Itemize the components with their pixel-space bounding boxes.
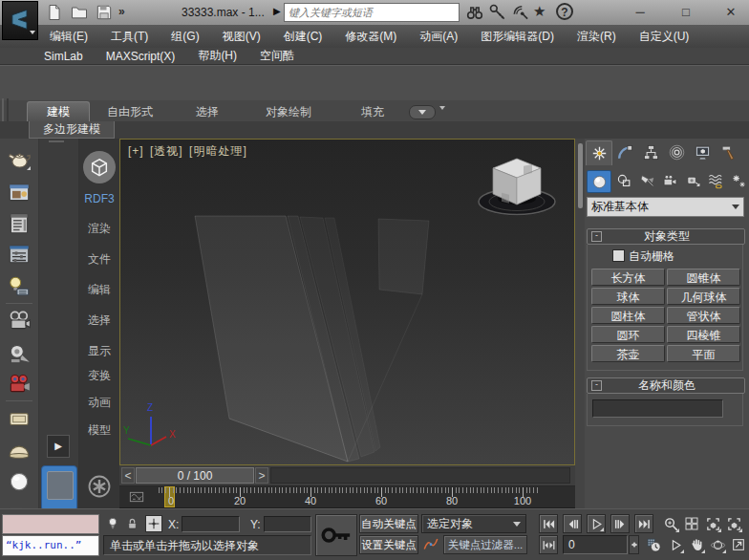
menu-graph-editors[interactable]: 图形编辑器(D)	[469, 29, 566, 45]
sidebar-item-render[interactable]: 渲染	[79, 221, 119, 237]
zoom-button[interactable]	[661, 514, 680, 533]
menu-modifiers[interactable]: 修改器(M)	[333, 29, 408, 45]
projector-tool-button[interactable]	[7, 341, 32, 366]
tab-display[interactable]	[690, 140, 715, 164]
button-cylinder[interactable]: 圆柱体	[591, 307, 665, 324]
zoom-all-button[interactable]	[682, 514, 701, 533]
frame-spinner[interactable]	[629, 535, 639, 554]
menu-group[interactable]: 组(G)	[160, 29, 210, 45]
go-to-end-button[interactable]	[634, 514, 653, 533]
open-file-button[interactable]	[69, 3, 90, 22]
next-frame-button[interactable]	[610, 514, 630, 533]
menu-animation[interactable]: 动画(A)	[408, 29, 469, 45]
menu-customize[interactable]: 自定义(U)	[628, 29, 701, 45]
sign-in-button[interactable]	[487, 3, 508, 22]
sidebar-item-file[interactable]: 文件	[79, 251, 119, 268]
maximize-viewport-toggle[interactable]	[729, 535, 748, 554]
menu-rendering[interactable]: 渲染(R)	[566, 29, 628, 45]
save-file-button[interactable]	[94, 3, 115, 22]
set-keys-button[interactable]	[315, 514, 357, 556]
current-frame-field[interactable]: 0	[563, 535, 628, 554]
menu-tools[interactable]: 工具(T)	[99, 29, 160, 45]
close-button[interactable]: ✕	[717, 4, 745, 21]
zoom-extents-all-button[interactable]	[724, 514, 743, 533]
animation-camera-button[interactable]	[7, 372, 32, 397]
sidebar-item-animation[interactable]: 动画	[79, 395, 119, 411]
subtab-lights[interactable]	[635, 170, 658, 191]
environment-settings-button[interactable]	[7, 242, 32, 267]
command-panel-scrollbar[interactable]	[578, 143, 583, 208]
search-input[interactable]	[285, 4, 459, 21]
menu-simlab[interactable]: SimLab	[32, 50, 95, 63]
ribbon-flyout-caret-icon[interactable]	[439, 106, 445, 113]
tab-utilities[interactable]	[716, 140, 740, 164]
menu-create[interactable]: 创建(C)	[272, 29, 334, 45]
button-box[interactable]: 长方体	[591, 269, 665, 286]
minimize-button[interactable]: ─	[626, 4, 654, 21]
menu-views[interactable]: 视图(V)	[211, 29, 272, 45]
camera-tool-button[interactable]	[7, 309, 32, 334]
menu-maxscript[interactable]: MAXScript(X)	[95, 50, 187, 63]
perspective-viewport[interactable]: [+] [透视] [明暗处理] Z	[119, 139, 575, 465]
button-tube[interactable]: 管状体	[667, 307, 740, 324]
maximize-button[interactable]: □	[672, 4, 700, 21]
ribbon-tab-populate[interactable]: 填充	[361, 104, 384, 120]
tab-motion[interactable]	[664, 140, 689, 164]
render-setup-button[interactable]	[7, 211, 32, 236]
orbit-button[interactable]	[708, 535, 727, 554]
sidebar-settings-button[interactable]	[86, 473, 113, 500]
button-cone[interactable]: 圆锥体	[667, 269, 740, 286]
dome-tool-button[interactable]	[7, 439, 32, 463]
plane-tool-button[interactable]	[7, 406, 32, 431]
button-pyramid[interactable]: 四棱锥	[667, 326, 740, 343]
plugin-logo[interactable]	[83, 151, 116, 183]
x-coordinate-field[interactable]	[182, 516, 240, 532]
pan-view-button[interactable]	[687, 535, 706, 554]
subtab-systems[interactable]	[727, 170, 749, 191]
set-key-button[interactable]: 设置关键点	[359, 535, 418, 554]
play-animation-button[interactable]	[587, 514, 606, 533]
menu-help[interactable]: 帮助(H)	[186, 48, 248, 64]
title-flyout-arrow-icon[interactable]: ▶	[273, 6, 281, 16]
subtab-cameras[interactable]	[658, 170, 681, 191]
time-slider-track[interactable]	[270, 467, 570, 484]
ribbon-tab-modeling[interactable]: 建模	[27, 101, 90, 122]
subtab-geometry[interactable]	[587, 170, 611, 193]
y-coordinate-field[interactable]	[264, 516, 311, 532]
absolute-relative-coordinate-toggle[interactable]	[145, 515, 162, 532]
ribbon-panel-polygon-modeling[interactable]: 多边形建模	[29, 121, 115, 139]
ribbon-tab-object-paint[interactable]: 对象绘制	[266, 104, 311, 120]
sidebar-item-edit[interactable]: 编辑	[79, 282, 119, 298]
tab-create[interactable]	[586, 140, 612, 165]
help-button[interactable]: ?	[556, 3, 573, 20]
favorites-button[interactable]: ★	[533, 3, 546, 20]
auto-key-button[interactable]: 自动关键点	[359, 514, 418, 533]
key-filters-button[interactable]: 关键点过滤器...	[443, 535, 527, 554]
ribbon-tab-selection[interactable]: 选择	[196, 104, 219, 120]
track-bar[interactable]: 0 20 40 60 80 100	[119, 486, 575, 508]
tab-modify[interactable]	[612, 140, 637, 164]
button-plane[interactable]: 平面	[667, 345, 740, 362]
selected-objects-dropdown[interactable]: 选定对象	[421, 514, 526, 533]
time-configuration-button[interactable]	[644, 535, 663, 554]
menu-spacecool[interactable]: 空间酷	[248, 48, 306, 64]
viewcube[interactable]	[457, 141, 571, 226]
ribbon-minimize-button[interactable]	[409, 105, 436, 119]
selection-lock-toggle[interactable]	[125, 515, 139, 532]
key-mode-toggle-button[interactable]	[539, 535, 558, 554]
previous-frame-button[interactable]	[563, 514, 582, 533]
sidebar-item-model[interactable]: 模型	[79, 422, 119, 439]
sidebar-item-rdf3[interactable]: RDF3	[79, 192, 119, 205]
button-torus[interactable]: 圆环	[591, 326, 665, 343]
subtab-shapes[interactable]	[612, 170, 635, 191]
mini-curve-editor-button[interactable]	[124, 489, 149, 505]
active-tool-tile[interactable]	[41, 465, 77, 511]
application-menu-button[interactable]	[2, 1, 38, 40]
scene-explorer-light-button[interactable]	[105, 514, 120, 533]
maxscript-mini-listener-macro[interactable]	[2, 514, 99, 534]
autogrid-checkbox[interactable]	[612, 249, 625, 262]
new-scene-button[interactable]	[44, 3, 65, 22]
previous-frame-arrow[interactable]: <	[121, 467, 135, 484]
object-name-input[interactable]	[592, 399, 723, 418]
go-to-start-button[interactable]	[539, 514, 558, 533]
